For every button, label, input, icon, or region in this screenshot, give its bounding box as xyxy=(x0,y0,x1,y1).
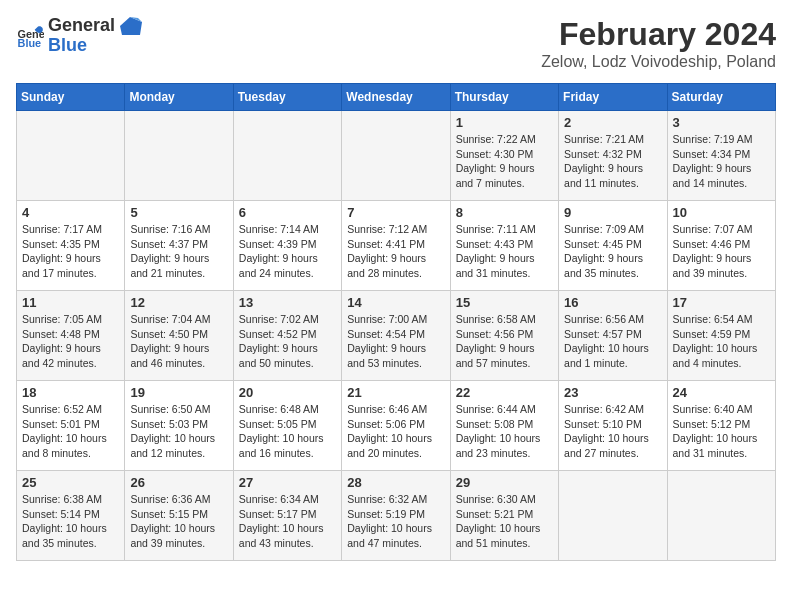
day-info: Sunrise: 6:40 AM Sunset: 5:12 PM Dayligh… xyxy=(673,402,770,461)
calendar-cell xyxy=(125,111,233,201)
calendar-cell xyxy=(233,111,341,201)
logo: General Blue General Blue xyxy=(16,16,142,56)
day-info: Sunrise: 7:02 AM Sunset: 4:52 PM Dayligh… xyxy=(239,312,336,371)
calendar-cell: 20Sunrise: 6:48 AM Sunset: 5:05 PM Dayli… xyxy=(233,381,341,471)
day-info: Sunrise: 7:00 AM Sunset: 4:54 PM Dayligh… xyxy=(347,312,444,371)
day-number: 18 xyxy=(22,385,119,400)
logo-general: General xyxy=(48,16,142,36)
day-info: Sunrise: 6:32 AM Sunset: 5:19 PM Dayligh… xyxy=(347,492,444,551)
calendar-week-3: 11Sunrise: 7:05 AM Sunset: 4:48 PM Dayli… xyxy=(17,291,776,381)
weekday-header-row: SundayMondayTuesdayWednesdayThursdayFrid… xyxy=(17,84,776,111)
day-info: Sunrise: 7:14 AM Sunset: 4:39 PM Dayligh… xyxy=(239,222,336,281)
logo-icon: General Blue xyxy=(16,22,44,50)
calendar-cell: 14Sunrise: 7:00 AM Sunset: 4:54 PM Dayli… xyxy=(342,291,450,381)
day-number: 8 xyxy=(456,205,553,220)
day-info: Sunrise: 6:54 AM Sunset: 4:59 PM Dayligh… xyxy=(673,312,770,371)
day-info: Sunrise: 6:36 AM Sunset: 5:15 PM Dayligh… xyxy=(130,492,227,551)
weekday-header-wednesday: Wednesday xyxy=(342,84,450,111)
weekday-header-thursday: Thursday xyxy=(450,84,558,111)
calendar-cell: 16Sunrise: 6:56 AM Sunset: 4:57 PM Dayli… xyxy=(559,291,667,381)
subtitle: Zelow, Lodz Voivodeship, Poland xyxy=(541,53,776,71)
calendar-cell: 7Sunrise: 7:12 AM Sunset: 4:41 PM Daylig… xyxy=(342,201,450,291)
calendar-cell: 12Sunrise: 7:04 AM Sunset: 4:50 PM Dayli… xyxy=(125,291,233,381)
day-info: Sunrise: 7:07 AM Sunset: 4:46 PM Dayligh… xyxy=(673,222,770,281)
day-number: 9 xyxy=(564,205,661,220)
calendar-cell: 28Sunrise: 6:32 AM Sunset: 5:19 PM Dayli… xyxy=(342,471,450,561)
day-info: Sunrise: 6:30 AM Sunset: 5:21 PM Dayligh… xyxy=(456,492,553,551)
day-info: Sunrise: 6:38 AM Sunset: 5:14 PM Dayligh… xyxy=(22,492,119,551)
calendar-cell: 25Sunrise: 6:38 AM Sunset: 5:14 PM Dayli… xyxy=(17,471,125,561)
day-number: 20 xyxy=(239,385,336,400)
weekday-header-sunday: Sunday xyxy=(17,84,125,111)
calendar-cell xyxy=(559,471,667,561)
day-number: 4 xyxy=(22,205,119,220)
day-info: Sunrise: 7:19 AM Sunset: 4:34 PM Dayligh… xyxy=(673,132,770,191)
calendar-week-5: 25Sunrise: 6:38 AM Sunset: 5:14 PM Dayli… xyxy=(17,471,776,561)
day-info: Sunrise: 6:48 AM Sunset: 5:05 PM Dayligh… xyxy=(239,402,336,461)
day-number: 10 xyxy=(673,205,770,220)
day-number: 24 xyxy=(673,385,770,400)
calendar-cell: 10Sunrise: 7:07 AM Sunset: 4:46 PM Dayli… xyxy=(667,201,775,291)
day-number: 27 xyxy=(239,475,336,490)
calendar-cell: 27Sunrise: 6:34 AM Sunset: 5:17 PM Dayli… xyxy=(233,471,341,561)
day-number: 7 xyxy=(347,205,444,220)
day-number: 16 xyxy=(564,295,661,310)
day-number: 22 xyxy=(456,385,553,400)
day-number: 17 xyxy=(673,295,770,310)
day-number: 6 xyxy=(239,205,336,220)
calendar-cell: 22Sunrise: 6:44 AM Sunset: 5:08 PM Dayli… xyxy=(450,381,558,471)
calendar-cell: 18Sunrise: 6:52 AM Sunset: 5:01 PM Dayli… xyxy=(17,381,125,471)
day-number: 12 xyxy=(130,295,227,310)
day-info: Sunrise: 6:58 AM Sunset: 4:56 PM Dayligh… xyxy=(456,312,553,371)
day-number: 1 xyxy=(456,115,553,130)
day-number: 2 xyxy=(564,115,661,130)
calendar-cell: 11Sunrise: 7:05 AM Sunset: 4:48 PM Dayli… xyxy=(17,291,125,381)
calendar-cell: 23Sunrise: 6:42 AM Sunset: 5:10 PM Dayli… xyxy=(559,381,667,471)
calendar-cell: 4Sunrise: 7:17 AM Sunset: 4:35 PM Daylig… xyxy=(17,201,125,291)
calendar-cell: 17Sunrise: 6:54 AM Sunset: 4:59 PM Dayli… xyxy=(667,291,775,381)
day-info: Sunrise: 6:34 AM Sunset: 5:17 PM Dayligh… xyxy=(239,492,336,551)
day-number: 14 xyxy=(347,295,444,310)
calendar-week-2: 4Sunrise: 7:17 AM Sunset: 4:35 PM Daylig… xyxy=(17,201,776,291)
day-number: 29 xyxy=(456,475,553,490)
page-header: General Blue General Blue February 2024 … xyxy=(16,16,776,71)
calendar-cell: 19Sunrise: 6:50 AM Sunset: 5:03 PM Dayli… xyxy=(125,381,233,471)
calendar-cell: 26Sunrise: 6:36 AM Sunset: 5:15 PM Dayli… xyxy=(125,471,233,561)
day-number: 13 xyxy=(239,295,336,310)
weekday-header-monday: Monday xyxy=(125,84,233,111)
day-number: 25 xyxy=(22,475,119,490)
day-info: Sunrise: 6:46 AM Sunset: 5:06 PM Dayligh… xyxy=(347,402,444,461)
weekday-header-friday: Friday xyxy=(559,84,667,111)
calendar-cell: 9Sunrise: 7:09 AM Sunset: 4:45 PM Daylig… xyxy=(559,201,667,291)
calendar-cell xyxy=(667,471,775,561)
day-number: 28 xyxy=(347,475,444,490)
day-number: 15 xyxy=(456,295,553,310)
day-info: Sunrise: 7:17 AM Sunset: 4:35 PM Dayligh… xyxy=(22,222,119,281)
day-number: 23 xyxy=(564,385,661,400)
day-number: 5 xyxy=(130,205,227,220)
day-info: Sunrise: 6:50 AM Sunset: 5:03 PM Dayligh… xyxy=(130,402,227,461)
calendar-cell xyxy=(342,111,450,201)
calendar-week-1: 1Sunrise: 7:22 AM Sunset: 4:30 PM Daylig… xyxy=(17,111,776,201)
day-number: 26 xyxy=(130,475,227,490)
calendar-cell: 8Sunrise: 7:11 AM Sunset: 4:43 PM Daylig… xyxy=(450,201,558,291)
calendar-week-4: 18Sunrise: 6:52 AM Sunset: 5:01 PM Dayli… xyxy=(17,381,776,471)
weekday-header-tuesday: Tuesday xyxy=(233,84,341,111)
day-number: 19 xyxy=(130,385,227,400)
day-info: Sunrise: 7:21 AM Sunset: 4:32 PM Dayligh… xyxy=(564,132,661,191)
day-info: Sunrise: 7:05 AM Sunset: 4:48 PM Dayligh… xyxy=(22,312,119,371)
day-info: Sunrise: 7:11 AM Sunset: 4:43 PM Dayligh… xyxy=(456,222,553,281)
calendar-cell: 15Sunrise: 6:58 AM Sunset: 4:56 PM Dayli… xyxy=(450,291,558,381)
day-info: Sunrise: 7:22 AM Sunset: 4:30 PM Dayligh… xyxy=(456,132,553,191)
svg-text:Blue: Blue xyxy=(18,37,42,49)
calendar-cell: 21Sunrise: 6:46 AM Sunset: 5:06 PM Dayli… xyxy=(342,381,450,471)
calendar-cell: 1Sunrise: 7:22 AM Sunset: 4:30 PM Daylig… xyxy=(450,111,558,201)
weekday-header-saturday: Saturday xyxy=(667,84,775,111)
day-info: Sunrise: 6:42 AM Sunset: 5:10 PM Dayligh… xyxy=(564,402,661,461)
title-area: February 2024 Zelow, Lodz Voivodeship, P… xyxy=(541,16,776,71)
main-title: February 2024 xyxy=(541,16,776,53)
calendar-cell: 5Sunrise: 7:16 AM Sunset: 4:37 PM Daylig… xyxy=(125,201,233,291)
logo-blue: Blue xyxy=(48,36,142,56)
calendar-cell: 13Sunrise: 7:02 AM Sunset: 4:52 PM Dayli… xyxy=(233,291,341,381)
day-number: 21 xyxy=(347,385,444,400)
